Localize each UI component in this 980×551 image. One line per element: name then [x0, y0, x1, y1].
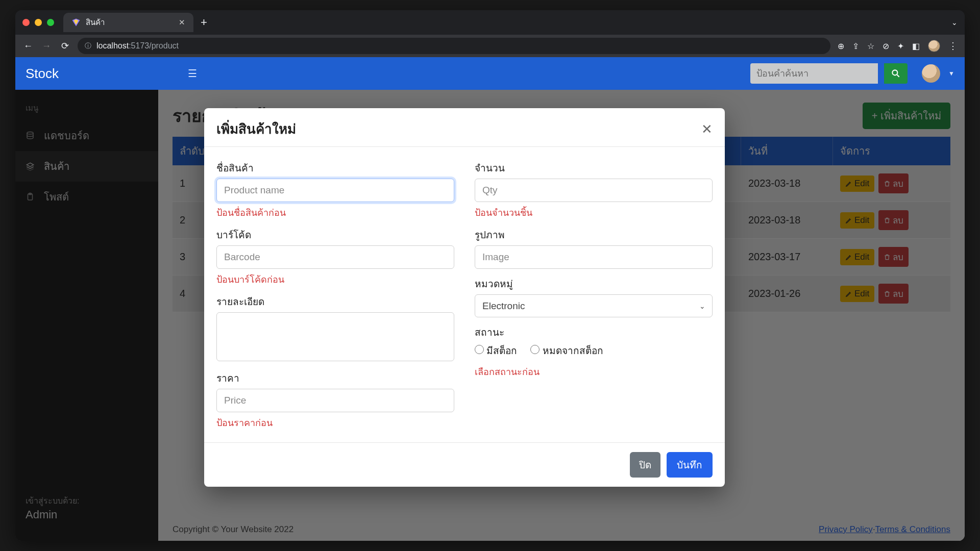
- svg-line-3: [897, 75, 899, 77]
- add-product-modal: เพิ่มสินค้าใหม่ ✕ ชื่อสินค้า ป้อนชื่อสิน…: [204, 108, 725, 487]
- price-input[interactable]: [216, 389, 454, 412]
- status-error: เลือกสถานะก่อน: [475, 364, 713, 379]
- block-icon[interactable]: ⊘: [883, 41, 889, 51]
- modal-close-button[interactable]: ปิด: [630, 452, 660, 478]
- browser-titlebar: สินค้า ✕ + ⌄: [15, 10, 965, 35]
- reload-button[interactable]: ⟳: [59, 40, 70, 52]
- extensions-icon[interactable]: ✦: [897, 41, 904, 51]
- tab-title: สินค้า: [86, 16, 105, 29]
- user-avatar[interactable]: [922, 64, 940, 83]
- url-host: localhost: [96, 41, 129, 50]
- url-path: :5173/product: [129, 41, 179, 50]
- desc-label: รายละเอียด: [216, 294, 454, 309]
- sidepanel-icon[interactable]: ◧: [912, 41, 920, 51]
- price-label: ราคา: [216, 370, 454, 386]
- app: Stock ☰ ▼ เมนู แดชบอร์ด: [15, 57, 965, 541]
- tab-close-icon[interactable]: ✕: [179, 18, 185, 27]
- outstock-label: หมดจากสต็อก: [543, 345, 603, 356]
- svg-point-2: [892, 70, 897, 75]
- forward-button[interactable]: →: [41, 41, 52, 52]
- window-close-dot[interactable]: [22, 19, 30, 26]
- profile-avatar[interactable]: [928, 40, 940, 52]
- window-maximize-dot[interactable]: [47, 19, 54, 26]
- brand: Stock: [26, 66, 59, 82]
- status-label: สถานะ: [475, 324, 713, 340]
- name-error: ป้อนชื่อสินค้าก่อน: [216, 205, 454, 220]
- window-expand-icon[interactable]: ⌄: [951, 18, 958, 27]
- app-body: เมนู แดชบอร์ด สินค้า: [15, 90, 965, 541]
- browser-menu-icon[interactable]: ⋮: [948, 40, 958, 52]
- address-bar[interactable]: ⓘ localhost:5173/product: [78, 38, 830, 54]
- browser-toolbar: ← → ⟳ ⓘ localhost:5173/product ⊕ ⇪ ☆ ⊘ ✦…: [15, 35, 965, 57]
- outstock-radio-input[interactable]: [530, 345, 540, 354]
- qty-input[interactable]: [475, 179, 713, 202]
- vite-favicon: [71, 18, 81, 27]
- modal-save-button[interactable]: บันทึก: [667, 452, 713, 478]
- category-label: หมวดหมู่: [475, 276, 713, 291]
- search-button[interactable]: [884, 63, 908, 84]
- zoom-icon[interactable]: ⊕: [838, 41, 844, 51]
- price-error: ป้อนราคาก่อน: [216, 415, 454, 430]
- barcode-label: บาร์โค้ด: [216, 227, 454, 242]
- status-outstock-radio[interactable]: หมดจากสต็อก: [530, 343, 603, 358]
- barcode-input[interactable]: [216, 245, 454, 269]
- modal-title: เพิ่มสินค้าใหม่: [216, 118, 296, 139]
- app-header: Stock ☰ ▼: [15, 57, 965, 90]
- share-icon[interactable]: ⇪: [852, 41, 859, 51]
- image-input[interactable]: [475, 245, 713, 269]
- description-textarea[interactable]: [216, 312, 454, 361]
- image-label: รูปภาพ: [475, 227, 713, 242]
- instock-label: มีสต็อก: [486, 345, 517, 356]
- new-tab-button[interactable]: +: [201, 16, 207, 29]
- product-name-input[interactable]: [216, 179, 454, 202]
- toolbar-right: ⊕ ⇪ ☆ ⊘ ✦ ◧ ⋮: [838, 40, 958, 52]
- status-instock-radio[interactable]: มีสต็อก: [475, 343, 517, 358]
- modal-close-icon[interactable]: ✕: [701, 122, 713, 136]
- name-label: ชื่อสินค้า: [216, 160, 454, 176]
- qty-error: ป้อนจำนวนชิ้น: [475, 205, 713, 220]
- sidebar-toggle-icon[interactable]: ☰: [188, 67, 197, 80]
- site-info-icon[interactable]: ⓘ: [85, 41, 91, 51]
- user-menu-caret-icon[interactable]: ▼: [948, 70, 954, 77]
- browser-tab[interactable]: สินค้า ✕: [63, 13, 193, 32]
- bookmark-icon[interactable]: ☆: [867, 41, 874, 51]
- traffic-lights: [22, 19, 54, 26]
- window-minimize-dot[interactable]: [35, 19, 42, 26]
- back-button[interactable]: ←: [22, 41, 34, 52]
- browser-window: สินค้า ✕ + ⌄ ← → ⟳ ⓘ localhost:5173/prod…: [15, 10, 965, 541]
- instock-radio-input[interactable]: [475, 345, 484, 354]
- qty-label: จำนวน: [475, 160, 713, 176]
- barcode-error: ป้อนบาร์โค้ดก่อน: [216, 272, 454, 287]
- search-input[interactable]: [750, 63, 878, 84]
- category-select[interactable]: Electronic: [475, 294, 713, 317]
